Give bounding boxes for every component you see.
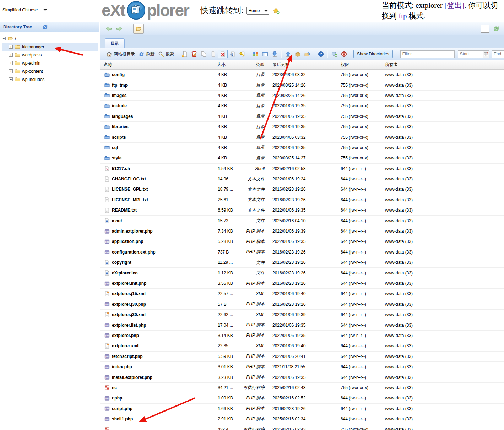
webroot-button[interactable]: 网站根目录 — [104, 50, 137, 58]
file-row[interactable]: LICENSE_GPL.txt18.79 ...文本文件2016/02/23 1… — [100, 184, 504, 195]
file-row[interactable]: shell1.php2.91 KBPHP 脚本2025/02/16 02:346… — [100, 414, 504, 424]
ftp-mode-link[interactable]: ftp — [399, 12, 407, 20]
file-name[interactable]: libraries — [112, 124, 129, 129]
expand-icon[interactable]: + — [9, 45, 13, 49]
file-name[interactable]: LICENSE_GPL.txt — [112, 187, 148, 192]
filter-input[interactable] — [400, 50, 455, 58]
file-name[interactable]: nc — [112, 385, 117, 390]
file-name[interactable]: style — [112, 156, 121, 160]
power-button[interactable] — [339, 50, 349, 58]
file-row[interactable]: extplorer.php3.14 KBPHP 脚本2022/01/06 19:… — [100, 331, 504, 341]
file-row[interactable]: r.php1.09 KBPHP 脚本2025/02/16 02:52644 (r… — [100, 393, 504, 403]
file-name[interactable]: extplorer.php — [112, 333, 139, 338]
upload-button[interactable] — [283, 50, 293, 58]
file-name[interactable]: sql — [112, 145, 118, 150]
column-header-perms[interactable]: 权限 — [337, 60, 382, 69]
tree-node-wp-admin[interactable]: +wp-admin — [2, 59, 98, 67]
forward-icon[interactable] — [115, 25, 124, 32]
file-name[interactable]: config — [112, 72, 125, 77]
file-name[interactable]: install.extplorer.php — [112, 375, 152, 380]
rename-button[interactable] — [228, 50, 237, 58]
file-row[interactable]: README.txt6.59 KB文本文件2022/01/06 19:35644… — [100, 205, 504, 216]
file-name[interactable]: include — [112, 103, 127, 108]
column-header-owner[interactable]: 所有者 — [382, 60, 427, 69]
file-row[interactable]: LICENSE_MPL.txt25.61 ...文本文件2016/02/23 1… — [100, 195, 504, 205]
admin-button[interactable] — [330, 50, 339, 58]
file-name[interactable]: README.txt — [112, 208, 137, 213]
file-name[interactable]: script.php — [112, 406, 132, 411]
file-row[interactable]: extplorer.j30.xml22.62 ...XML2022/01/06 … — [100, 310, 504, 320]
file-name[interactable]: scripts — [112, 135, 126, 140]
bookmark-add-icon[interactable] — [272, 7, 280, 14]
column-header-type[interactable]: 类型 — [236, 60, 268, 69]
column-header-name[interactable]: 名称 — [100, 60, 213, 69]
language-select[interactable]: Simplified Chinese — [1, 6, 48, 13]
search-button[interactable]: 搜索 — [156, 50, 176, 58]
file-name[interactable]: LICENSE_MPL.txt — [112, 197, 148, 202]
file-name[interactable]: configuration.ext.php — [112, 250, 156, 255]
file-row[interactable]: 51217.sh1.54 KBShell2025/02/16 02:58644 … — [100, 164, 504, 174]
file-name[interactable]: CHANGELOG.txt — [112, 176, 146, 181]
toggle-tree-button[interactable] — [133, 24, 144, 34]
view-grid-button[interactable] — [251, 50, 260, 58]
show-directories-button[interactable]: Show Directories — [353, 50, 393, 58]
file-row[interactable]: extplorer.xml22.35 ...XML2022/01/06 19:4… — [100, 341, 504, 351]
file-name[interactable]: a.out — [112, 218, 122, 223]
view-split-button[interactable] — [260, 50, 270, 58]
quick-jump-select[interactable]: Home — [246, 7, 269, 15]
file-row[interactable]: index.php3.01 KBPHP 脚本2021/11/08 21:5564… — [100, 362, 504, 372]
file-row[interactable]: 432.4 ...可执行程序2025/02/16 02:43755 (rwxr-… — [100, 424, 504, 430]
file-name[interactable]: shell1.php — [112, 417, 133, 421]
panel-box-input[interactable] — [481, 25, 489, 33]
tree-node-filemanager[interactable]: +filemanager — [2, 43, 98, 51]
file-row[interactable]: extplorer.list.php17.04 ...PHP 脚本2022/01… — [100, 320, 504, 330]
file-name[interactable]: 51217.sh — [112, 166, 130, 171]
file-row[interactable]: ftp_tmp4 KB目录2020/03/25 14:26755 (rwxr-x… — [100, 80, 504, 90]
file-name[interactable]: copyright — [112, 260, 131, 265]
file-row[interactable]: install.extplorer.php3.23 KBPHP 脚本2022/0… — [100, 372, 504, 382]
download-button[interactable] — [270, 50, 280, 58]
start-date-picker-button[interactable] — [483, 50, 489, 58]
start-date-input[interactable] — [458, 50, 483, 58]
file-name[interactable]: extplorer.j15.xml — [112, 291, 146, 296]
end-date-input[interactable] — [492, 50, 504, 58]
panel-refresh-icon[interactable] — [493, 25, 500, 32]
file-name[interactable]: index.php — [112, 364, 132, 369]
file-row[interactable]: style4 KB目录2020/03/25 14:27755 (rwxr-xr-… — [100, 153, 504, 163]
file-row[interactable]: config4 KB目录2023/04/06 03:32755 (rwxr-xr… — [100, 70, 504, 80]
delete-button[interactable] — [218, 50, 228, 58]
file-name[interactable]: application.php — [112, 239, 143, 244]
file-name[interactable]: ftp_tmp — [112, 83, 128, 88]
column-header-size[interactable]: 大小 — [213, 60, 236, 69]
move-button[interactable] — [208, 50, 218, 58]
file-row[interactable]: extplorer.init.php3.56 KBPHP 脚本2016/02/2… — [100, 278, 504, 289]
file-row[interactable]: admin.extplorer.php7.34 KBPHP 脚本2022/01/… — [100, 226, 504, 236]
new-file-button[interactable] — [180, 50, 189, 58]
tree-node-wp-content[interactable]: +wp-content — [2, 67, 98, 75]
file-name[interactable]: extplorer.xml — [112, 343, 139, 348]
file-row[interactable]: libraries4 KB目录2022/01/06 19:35755 (rwxr… — [100, 122, 504, 132]
extract-button[interactable] — [303, 50, 312, 58]
file-name[interactable]: images — [112, 93, 126, 98]
file-name[interactable]: extplorer.list.php — [112, 323, 146, 328]
file-row[interactable]: CHANGELOG.txt14.96 ...文本文件2022/01/06 19:… — [100, 174, 504, 184]
file-row[interactable]: sql4 KB目录2022/01/06 19:35755 (rwxr-xr-x)… — [100, 143, 504, 153]
file-name[interactable]: languages — [112, 114, 133, 119]
file-row[interactable]: languages4 KB目录2022/01/06 19:35755 (rwxr… — [100, 111, 504, 122]
collapse-icon[interactable]: − — [2, 37, 6, 40]
file-row[interactable]: a.out15.73 ...文件2025/02/16 04:10644 (rw-… — [100, 216, 504, 226]
back-icon[interactable] — [104, 25, 113, 32]
logout-link[interactable]: [登出] — [444, 1, 464, 10]
tab-directory[interactable]: 目录 — [105, 38, 125, 48]
file-row[interactable]: extplorer.j15.xml22.57 ...XML2022/01/06 … — [100, 289, 504, 299]
file-name[interactable]: admin.extplorer.php — [112, 229, 153, 234]
tree-node-root[interactable]: −/ — [2, 34, 98, 43]
expand-icon[interactable]: + — [9, 77, 13, 81]
expand-icon[interactable]: + — [9, 69, 13, 73]
file-row[interactable]: script.php1.66 KBPHP 脚本2016/02/23 19:266… — [100, 404, 504, 414]
file-name[interactable]: fetchscript.php — [112, 354, 143, 359]
refresh-button[interactable]: 刷新 — [137, 50, 156, 58]
file-name[interactable]: extplorer.j30.xml — [112, 312, 146, 317]
tree-node-wp-includes[interactable]: +wp-includes — [2, 75, 98, 83]
file-name[interactable]: r.php — [112, 396, 122, 401]
